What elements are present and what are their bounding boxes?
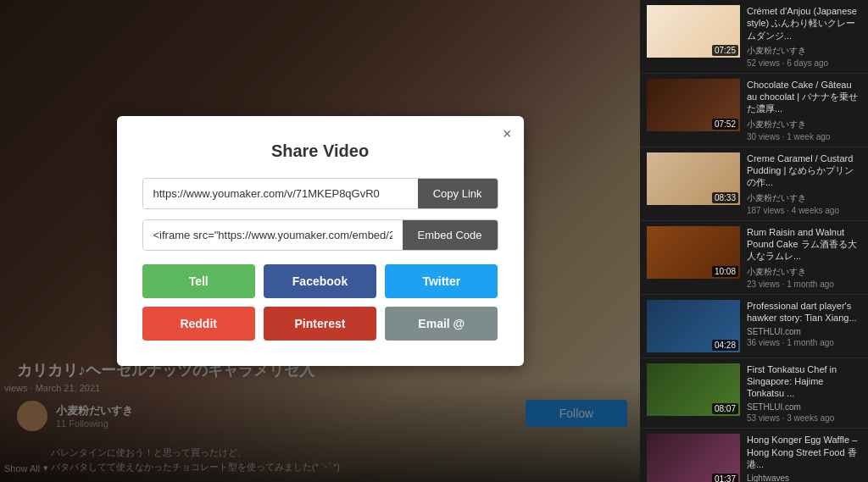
modal-overlay: × Share Video Copy Link Embed Code Tell …: [0, 0, 640, 482]
link-row: Copy Link: [142, 178, 498, 209]
sidebar-info: Chocolate Cake / Gâteau au chocolat | バナ…: [747, 79, 861, 141]
tell-button[interactable]: Tell: [142, 264, 255, 298]
video-duration: 04:28: [712, 340, 738, 351]
facebook-button[interactable]: Facebook: [264, 264, 376, 298]
sidebar-thumbnail: 07:25: [647, 5, 740, 58]
sidebar-item[interactable]: 07:52 Chocolate Cake / Gâteau au chocola…: [640, 74, 868, 147]
video-duration: 10:08: [712, 266, 738, 277]
sidebar-thumbnail: 01:37: [647, 434, 740, 482]
sidebar-video-title: Creme Caramel / Custard Pudding | なめらかプリ…: [747, 152, 861, 189]
sidebar-info: First Tonkatsu Chef in Singapore: Hajime…: [747, 363, 861, 424]
sidebar-info: Crémet d'Anjou (Japanese style) ふんわり軽いクレ…: [747, 5, 861, 68]
sidebar-thumbnail: 04:28: [647, 300, 740, 352]
sidebar-video-title: Hong Konger Egg Waffle – Hong Kong Stree…: [747, 434, 861, 470]
sidebar-item[interactable]: 07:25 Crémet d'Anjou (Japanese style) ふん…: [640, 0, 868, 74]
sidebar-item[interactable]: 04:28 Professional dart player's hawker …: [640, 295, 868, 358]
sidebar-channel-name: 小麦粉だいすき: [747, 119, 861, 130]
sidebar-thumbnail: 08:33: [647, 152, 740, 205]
video-duration: 08:07: [712, 403, 738, 414]
sidebar-meta: 23 views · 1 month ago: [747, 280, 861, 289]
video-duration: 08:33: [712, 192, 738, 203]
pinterest-button[interactable]: Pinterest: [264, 307, 376, 341]
sidebar-thumbnail: 07:52: [647, 79, 740, 131]
sidebar-channel-name: SETHLUI.com: [747, 327, 861, 336]
sidebar-item[interactable]: 10:08 Rum Raisin and Walnut Pound Cake ラ…: [640, 221, 868, 295]
sidebar-video-title: Crémet d'Anjou (Japanese style) ふんわり軽いクレ…: [747, 5, 861, 42]
sidebar-info: Professional dart player's hawker story:…: [747, 300, 861, 352]
sidebar-info: Creme Caramel / Custard Pudding | なめらかプリ…: [747, 152, 861, 215]
sidebar-info: Rum Raisin and Walnut Pound Cake ラム酒香る大人…: [747, 226, 861, 289]
sidebar-channel-name: Lightwaves: [747, 474, 861, 482]
reddit-button[interactable]: Reddit: [142, 307, 255, 341]
sidebar-video-title: Chocolate Cake / Gâteau au chocolat | バナ…: [747, 79, 861, 115]
share-buttons-grid: Tell Facebook Twitter Reddit Pinterest E…: [142, 264, 498, 341]
close-button[interactable]: ×: [503, 126, 512, 141]
sidebar-meta: 30 views · 1 week ago: [747, 132, 861, 141]
sidebar-channel-name: 小麦粉だいすき: [747, 192, 861, 204]
copy-link-button[interactable]: Copy Link: [418, 179, 498, 208]
video-duration: 07:25: [712, 45, 738, 56]
sidebar-channel-name: 小麦粉だいすき: [747, 45, 861, 57]
sidebar-item[interactable]: 08:33 Creme Caramel / Custard Pudding | …: [640, 147, 868, 221]
embed-row: Embed Code: [142, 219, 498, 251]
embed-input[interactable]: [143, 220, 403, 250]
sidebar: 07:25 Crémet d'Anjou (Japanese style) ふん…: [640, 0, 868, 482]
sidebar-item[interactable]: 08:07 First Tonkatsu Chef in Singapore: …: [640, 358, 868, 429]
sidebar-thumbnail: 08:07: [647, 363, 740, 416]
sidebar-meta: 52 views · 6 days ago: [747, 58, 861, 68]
video-duration: 01:37: [712, 474, 738, 482]
embed-code-button[interactable]: Embed Code: [403, 220, 498, 250]
sidebar-video-title: Rum Raisin and Walnut Pound Cake ラム酒香る大人…: [747, 226, 861, 263]
sidebar-item[interactable]: 01:37 Hong Konger Egg Waffle – Hong Kong…: [640, 429, 868, 482]
sidebar-meta: 36 views · 1 month ago: [747, 338, 861, 347]
sidebar-video-title: Professional dart player's hawker story:…: [747, 300, 861, 324]
sidebar-channel-name: 小麦粉だいすき: [747, 266, 861, 278]
sidebar-meta: 53 views · 3 weeks ago: [747, 413, 861, 423]
modal-title: Share Video: [142, 141, 498, 161]
sidebar-video-title: First Tonkatsu Chef in Singapore: Hajime…: [747, 363, 861, 400]
twitter-button[interactable]: Twitter: [385, 264, 498, 298]
email-button[interactable]: Email @: [385, 307, 498, 341]
video-duration: 07:52: [712, 119, 738, 130]
sidebar-channel-name: SETHLUI.com: [747, 402, 861, 412]
share-modal: × Share Video Copy Link Embed Code Tell …: [117, 116, 524, 366]
sidebar-meta: 187 views · 4 weeks ago: [747, 206, 861, 215]
sidebar-thumbnail: 10:08: [647, 226, 740, 279]
link-input[interactable]: [143, 179, 418, 208]
sidebar-info: Hong Konger Egg Waffle – Hong Kong Stree…: [747, 434, 861, 482]
